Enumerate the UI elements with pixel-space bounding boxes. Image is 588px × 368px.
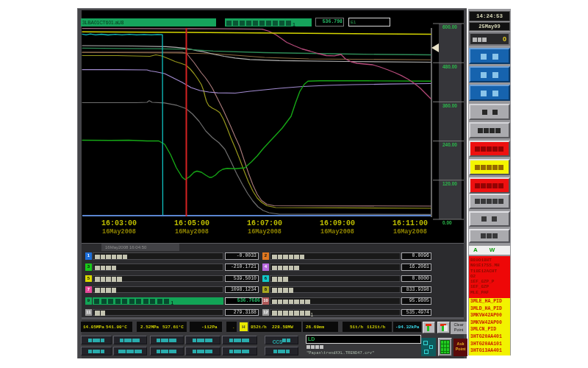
svg-text:240.00: 240.00: [442, 142, 457, 147]
svg-text:600.00: 600.00: [442, 24, 457, 29]
svg-text:360.00: 360.00: [442, 103, 457, 108]
svg-text:0.00: 0.00: [442, 220, 452, 225]
svg-text:120.00: 120.00: [442, 181, 457, 186]
svg-text:480.00: 480.00: [442, 64, 457, 69]
